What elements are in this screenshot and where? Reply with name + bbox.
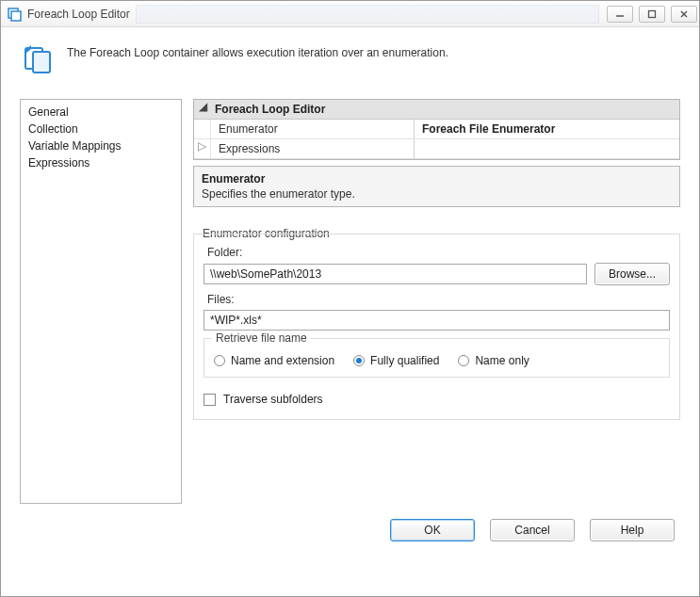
radio-label: Fully qualified	[370, 354, 439, 367]
property-row-expressions[interactable]: ▷ Expressions	[194, 139, 679, 159]
folder-input[interactable]	[203, 264, 587, 284]
radio-fully-qualified[interactable]: Fully qualified	[353, 354, 439, 367]
files-input[interactable]	[203, 310, 670, 331]
help-button[interactable]: Help	[590, 519, 675, 541]
content-pane: ◢ Foreach Loop Editor Enumerator Foreach…	[193, 99, 680, 504]
foreach-icon	[24, 44, 54, 74]
radio-icon	[458, 355, 469, 366]
description-text: Specifies the enumerator type.	[202, 187, 672, 201]
nav-item-general[interactable]: General	[28, 104, 173, 121]
nav-item-expressions[interactable]: Expressions	[28, 154, 173, 171]
svg-rect-7	[33, 52, 50, 73]
minimize-button[interactable]	[607, 6, 633, 23]
collapse-icon[interactable]: ◢	[194, 100, 211, 119]
folder-label: Folder:	[207, 246, 670, 259]
expand-icon[interactable]: ▷	[194, 139, 211, 158]
maximize-button[interactable]	[639, 6, 665, 23]
radio-name-and-extension[interactable]: Name and extension	[214, 354, 334, 367]
background-tab	[136, 5, 599, 24]
dialog-description: The Foreach Loop container allows execut…	[67, 46, 448, 74]
description-title: Enumerator	[202, 172, 672, 186]
dialog-footer: OK Cancel Help	[1, 504, 699, 541]
checkbox-icon	[203, 394, 216, 406]
nav-item-variable-mappings[interactable]: Variable Mappings	[28, 137, 173, 154]
property-grid-header[interactable]: ◢ Foreach Loop Editor	[194, 100, 679, 120]
title-bar: Foreach Loop Editor	[1, 1, 699, 27]
radio-label: Name only	[475, 354, 529, 367]
close-button[interactable]	[671, 6, 697, 23]
dialog-header: The Foreach Loop container allows execut…	[1, 27, 699, 99]
cancel-button[interactable]: Cancel	[490, 519, 575, 541]
retrieve-file-name-group: Retrieve file name Name and extension Fu…	[203, 338, 670, 378]
svg-rect-3	[649, 10, 656, 17]
property-grid-title: Foreach Loop Editor	[211, 100, 679, 119]
window-title: Foreach Loop Editor	[27, 8, 130, 21]
enumerator-config: Folder: Browse... Files: Retrieve file n…	[193, 234, 680, 420]
nav-pane: General Collection Variable Mappings Exp…	[20, 99, 182, 504]
row-spacer	[194, 120, 211, 138]
property-name: Enumerator	[211, 120, 414, 138]
property-value-expressions[interactable]	[415, 139, 679, 158]
radio-icon	[353, 355, 365, 366]
property-row-enumerator[interactable]: Enumerator Foreach File Enumerator	[194, 120, 679, 139]
browse-button[interactable]: Browse...	[594, 263, 670, 285]
app-icon	[7, 7, 22, 22]
radio-icon	[214, 355, 225, 366]
property-value-enumerator[interactable]: Foreach File Enumerator	[415, 120, 679, 138]
checkbox-label: Traverse subfolders	[223, 393, 323, 406]
property-name: Expressions	[211, 139, 414, 158]
radio-name-only[interactable]: Name only	[458, 354, 529, 367]
files-label: Files:	[207, 293, 670, 306]
property-grid: ◢ Foreach Loop Editor Enumerator Foreach…	[193, 99, 680, 160]
svg-rect-1	[11, 11, 21, 21]
retrieve-legend: Retrieve file name	[212, 331, 311, 345]
property-description: Enumerator Specifies the enumerator type…	[193, 166, 680, 207]
nav-item-collection[interactable]: Collection	[28, 121, 173, 137]
ok-button[interactable]: OK	[390, 519, 475, 541]
traverse-subfolders-checkbox[interactable]: Traverse subfolders	[203, 393, 670, 406]
radio-label: Name and extension	[231, 354, 334, 367]
